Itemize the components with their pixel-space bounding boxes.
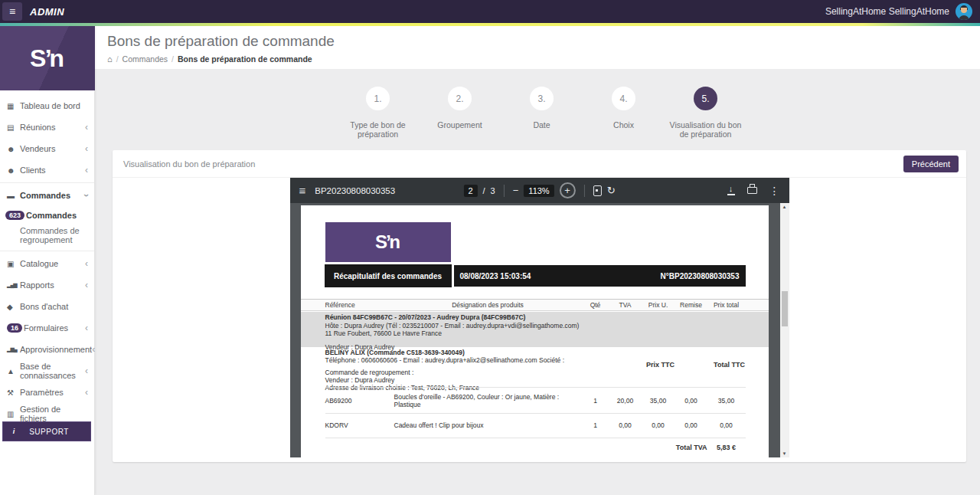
sidebar-item-catalogue[interactable]: ▣ Catalogue ‹	[0, 253, 94, 274]
table-divider	[325, 438, 746, 438]
pdf-body: Sŉ Récapitulatif des commandes 08/08/202…	[290, 203, 789, 457]
total-ttc-label: Total TTC	[697, 361, 762, 369]
sidebar-subitem-commandes[interactable]: 623 Commandes	[0, 206, 94, 225]
row-price: 0,00	[642, 421, 675, 429]
chevron-left-icon: ‹	[85, 143, 88, 154]
credit-card-icon: ▬	[7, 192, 20, 200]
col-total: Prix total	[707, 301, 746, 309]
step-1[interactable]: 1. Type de bon de préparation	[337, 87, 419, 139]
chevron-left-icon: ‹	[85, 387, 88, 398]
row-total: 35,00	[707, 397, 746, 405]
sidebar-item-vendeurs[interactable]: ☻ Vendeurs ‹	[0, 138, 94, 159]
sidebar-item-clients[interactable]: ☻ Clients ‹	[0, 159, 94, 181]
chevron-left-icon: ‹	[85, 323, 88, 333]
row-designation: Cadeau offert ! Clip pour bijoux	[394, 421, 582, 429]
sidebar-item-rapports[interactable]: ▂▄▆ Rapports ‹	[0, 274, 94, 296]
pdf-scrollbar[interactable]: ▲ ▼	[780, 203, 789, 457]
document-number: N°BP20230808030353	[661, 272, 740, 280]
zoom-in-icon[interactable]: +	[560, 182, 576, 198]
chevron-left-icon: ‹	[85, 165, 88, 175]
breadcrumb-separator: /	[172, 54, 174, 64]
col-designation: Désignation des produits	[394, 301, 582, 309]
accent-gradient-bar	[0, 23, 980, 26]
print-icon[interactable]	[747, 187, 757, 194]
pdf-zoom-level[interactable]: 113%	[524, 185, 554, 197]
total-tva-label: Total TVA	[675, 444, 707, 451]
step-2-label: Groupement	[437, 120, 482, 129]
step-4-circle: 4.	[612, 87, 635, 110]
sidebar-logo[interactable]: Sŉ	[0, 26, 95, 90]
main-content: 1. Type de bon de préparation 2. Groupem…	[95, 69, 980, 495]
step-4-label: Choix	[613, 120, 634, 129]
table-row: KDORV Cadeau offert ! Clip pour bijoux 1…	[301, 418, 769, 433]
sidebar-item-parametres[interactable]: ⚒ Paramètres ‹	[0, 382, 94, 403]
user-menu[interactable]: SellingAtHome SellingAtHome	[825, 3, 980, 20]
graduation-cap-icon: ▲	[7, 367, 20, 375]
support-button[interactable]: i SUPPORT	[2, 421, 91, 441]
sidebar-item-bons-dachat[interactable]: ◆ Bons d'achat	[0, 296, 94, 317]
sidebar-item-label: Paramètres	[20, 388, 64, 397]
sidebar-subitem-commandes-regroupement[interactable]: Commandes de regroupement	[0, 225, 94, 246]
sidebar-item-label: Catalogue	[20, 259, 58, 268]
document-logo: Sŉ	[325, 222, 451, 262]
scrollbar-thumb[interactable]	[782, 291, 788, 326]
breadcrumb-commandes[interactable]: Commandes	[122, 54, 168, 64]
dashboard-icon: ▦	[7, 102, 20, 110]
app-brand[interactable]: ADMIN	[30, 6, 64, 18]
row-tva: 0,00	[609, 421, 642, 429]
tag-icon: ◆	[7, 303, 20, 311]
step-wizard: 1. Type de bon de préparation 2. Groupem…	[337, 87, 746, 139]
sidebar-item-commandes[interactable]: ▬ Commandes ›	[0, 185, 94, 206]
download-icon[interactable]: ↓	[727, 185, 735, 195]
home-icon[interactable]: ⌂	[107, 54, 113, 64]
wrench-icon: ⚒	[7, 388, 20, 397]
step-4[interactable]: 4. Choix	[583, 87, 665, 139]
step-3-label: Date	[533, 120, 550, 129]
previous-button[interactable]: Précédent	[903, 156, 959, 172]
row-tva: 20,00	[609, 397, 642, 405]
document-logo-text: Sŉ	[375, 231, 400, 253]
row-designation: Boucles d'oreille - AB69200, Couleur : O…	[394, 393, 582, 408]
price-ttc-label: Prix TTC	[629, 361, 693, 369]
more-options-icon[interactable]: ⋮	[769, 185, 780, 197]
sidebar-toggle-button[interactable]: ≡	[2, 2, 22, 21]
meeting-info-block: Réunion 84FC99B67C - 20/07/2023 - Audrey…	[301, 312, 769, 347]
row-reference: KDORV	[325, 421, 394, 429]
step-3[interactable]: 3. Date	[501, 87, 583, 139]
chevron-left-icon: ‹	[85, 258, 88, 269]
sidebar-logo-text: Sŉ	[30, 44, 65, 73]
pdf-page-separator: /	[483, 186, 485, 195]
zoom-out-icon[interactable]: −	[513, 185, 519, 196]
sidebar-item-label: Vendeurs	[20, 144, 55, 153]
user-name: SellingAtHome SellingAtHome	[825, 6, 949, 17]
step-2[interactable]: 2. Groupement	[419, 87, 501, 139]
info-icon: i	[9, 427, 18, 436]
step-5-active[interactable]: 5. Visualisation du bon de préparation	[665, 87, 746, 139]
scroll-down-icon[interactable]: ▼	[780, 450, 789, 457]
table-row: AB69200 Boucles d'oreille - AB69200, Cou…	[301, 393, 769, 408]
sidebar-item-approvisionnement[interactable]: ▂▆▄ Approvisionnement ‹	[0, 339, 94, 360]
user-avatar[interactable]	[956, 3, 972, 20]
pdf-menu-icon[interactable]: ≡	[299, 184, 306, 197]
pdf-page-input[interactable]: 2	[463, 185, 477, 197]
users-icon: ☻	[7, 166, 20, 175]
scroll-up-icon[interactable]: ▲	[780, 203, 789, 211]
sidebar-item-label: Rapports	[20, 280, 54, 290]
panel-header: Visualisation du bon de préparation Préc…	[113, 150, 966, 178]
document-datetime: 08/08/2023 15:03:54	[460, 272, 531, 280]
pdf-doc-title: BP20230808030353	[315, 186, 395, 195]
sidebar-item-tableau-de-bord[interactable]: ▦ Tableau de bord	[0, 95, 94, 116]
sidebar-item-formulaires[interactable]: 16 Formulaires ‹	[0, 317, 94, 339]
step-5-circle: 5.	[694, 87, 717, 110]
fit-to-page-icon[interactable]	[593, 185, 602, 196]
sidebar-item-base-de-connaissances[interactable]: ▲ Base de connaissances ‹	[0, 360, 94, 382]
sidebar-item-reunions[interactable]: ▤ Réunions ‹	[0, 116, 94, 138]
col-qty: Qté	[582, 301, 609, 309]
meeting-address: 11 Rue Foubert, 76600 Le Havre France	[325, 329, 746, 338]
toolbar-divider	[504, 185, 505, 197]
chevron-left-icon: ‹	[92, 344, 95, 355]
rotate-icon[interactable]: ↻	[607, 185, 616, 196]
panel-title: Visualisation du bon de préparation	[123, 159, 255, 169]
col-reference: Référence	[325, 301, 394, 309]
breadcrumb-current: Bons de préparation de commande	[178, 54, 312, 64]
